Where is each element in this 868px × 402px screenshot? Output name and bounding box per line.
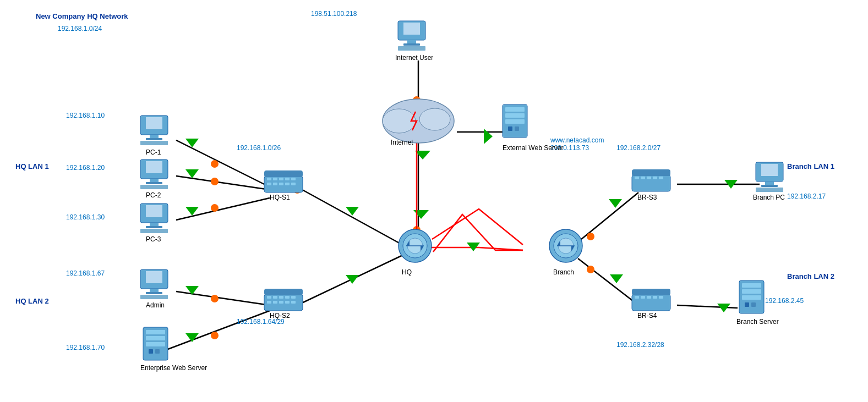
- brs4-label: BR-S4: [637, 312, 657, 320]
- svg-marker-30: [185, 169, 199, 178]
- branch-subnet2: 192.168.2.32/28: [616, 341, 664, 349]
- svg-rect-59: [140, 229, 168, 233]
- brs3-label: BR-S3: [637, 194, 657, 201]
- svg-rect-131: [505, 119, 525, 124]
- svg-point-15: [211, 178, 219, 185]
- svg-marker-37: [484, 129, 493, 144]
- svg-rect-61: [146, 271, 162, 283]
- branch-server-ip: 192.168.2.45: [765, 297, 804, 305]
- svg-rect-132: [508, 126, 512, 131]
- svg-rect-105: [659, 177, 663, 179]
- hqs2-label: HQ-S2: [270, 312, 290, 320]
- svg-rect-143: [742, 295, 761, 300]
- hq-lan2-label: HQ LAN 2: [15, 297, 49, 305]
- svg-rect-107: [632, 289, 670, 295]
- svg-rect-98: [291, 301, 296, 304]
- svg-rect-142: [742, 289, 761, 294]
- svg-rect-46: [146, 117, 162, 129]
- svg-rect-96: [279, 301, 283, 304]
- svg-rect-77: [267, 178, 271, 180]
- svg-rect-91: [279, 296, 283, 299]
- svg-marker-35: [346, 275, 359, 284]
- svg-rect-82: [267, 183, 271, 185]
- svg-marker-43: [413, 210, 429, 219]
- hq-subnet-label: 192.168.1.0/24: [58, 25, 102, 32]
- svg-rect-89: [267, 296, 271, 299]
- svg-rect-141: [742, 283, 761, 288]
- svg-rect-57: [150, 223, 159, 226]
- network-diagram: New Company HQ Network 192.168.1.0/24 HQ…: [0, 0, 868, 402]
- svg-rect-103: [647, 177, 651, 179]
- svg-rect-76: [264, 170, 303, 177]
- svg-point-21: [211, 332, 219, 339]
- svg-rect-97: [285, 301, 290, 304]
- svg-point-25: [587, 266, 594, 273]
- svg-point-16: [211, 204, 219, 212]
- svg-line-12: [578, 258, 638, 305]
- internet-user-ip: 198.51.100.218: [311, 10, 357, 18]
- svg-rect-80: [285, 178, 290, 180]
- hqs1-subnet: 192.168.1.0/26: [237, 144, 281, 152]
- branch-pc-label: Branch PC: [753, 194, 785, 201]
- ews-ip: 192.168.1.70: [66, 344, 105, 351]
- svg-marker-39: [609, 199, 622, 208]
- branch-lan1-label: Branch LAN 1: [787, 162, 834, 170]
- svg-rect-102: [641, 177, 645, 179]
- svg-rect-83: [273, 183, 277, 185]
- svg-rect-69: [398, 46, 425, 51]
- internet-user-label: Internet User: [395, 54, 433, 62]
- svg-rect-73: [761, 185, 778, 187]
- svg-rect-93: [291, 296, 296, 299]
- svg-rect-133: [515, 126, 519, 131]
- pc3-ip: 192.168.1.30: [66, 213, 105, 221]
- pc2-ip: 192.168.1.20: [66, 164, 105, 172]
- svg-line-3: [176, 291, 270, 305]
- svg-marker-31: [185, 207, 199, 216]
- svg-rect-58: [146, 226, 162, 228]
- hq-lan1-label: HQ LAN 1: [15, 162, 49, 170]
- internet-label: Internet: [391, 139, 413, 146]
- svg-point-14: [211, 160, 219, 168]
- branch-subnet1: 192.168.2.0/27: [616, 144, 660, 152]
- enterprise-web-label: Enterprise Web Server: [140, 364, 207, 372]
- svg-rect-79: [279, 178, 283, 180]
- svg-rect-64: [140, 295, 168, 299]
- branch-pc-ip: 192.168.2.17: [787, 192, 826, 200]
- svg-rect-95: [273, 301, 277, 304]
- svg-rect-48: [146, 138, 162, 140]
- svg-rect-78: [273, 178, 277, 180]
- svg-rect-88: [264, 289, 303, 295]
- svg-rect-112: [659, 296, 663, 299]
- svg-rect-129: [505, 107, 525, 112]
- svg-marker-40: [610, 274, 623, 283]
- svg-rect-53: [146, 182, 162, 184]
- svg-rect-84: [279, 183, 283, 185]
- svg-rect-136: [146, 336, 165, 340]
- svg-rect-90: [273, 296, 277, 299]
- hq-router-label: HQ: [402, 268, 412, 276]
- svg-rect-67: [407, 40, 416, 43]
- svg-rect-54: [140, 185, 168, 189]
- branch-server-label: Branch Server: [736, 318, 779, 326]
- svg-rect-144: [745, 302, 749, 307]
- svg-line-5: [297, 187, 407, 247]
- svg-point-27: [587, 233, 594, 240]
- external-web-label: External Web Server: [503, 144, 564, 152]
- svg-rect-100: [632, 169, 670, 176]
- svg-rect-81: [291, 178, 296, 180]
- branch-lan2-label: Branch LAN 2: [787, 272, 834, 280]
- svg-rect-66: [403, 23, 420, 35]
- network-title: New Company HQ Network: [36, 12, 128, 20]
- svg-rect-135: [146, 330, 165, 334]
- pc1-label: PC-1: [146, 148, 161, 156]
- svg-rect-71: [761, 164, 778, 176]
- svg-rect-104: [653, 177, 657, 179]
- branch-router-label: Branch: [553, 268, 574, 276]
- svg-rect-101: [635, 177, 639, 179]
- svg-rect-92: [285, 296, 290, 299]
- svg-rect-86: [291, 183, 296, 185]
- admin-label: Admin: [146, 301, 165, 309]
- svg-rect-47: [150, 135, 159, 138]
- svg-rect-137: [146, 342, 165, 346]
- svg-point-127: [419, 108, 450, 130]
